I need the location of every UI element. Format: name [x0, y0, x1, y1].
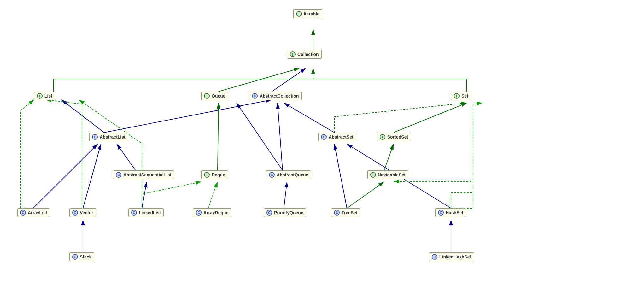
svg-line-10 [237, 103, 283, 170]
svg-line-12 [284, 103, 334, 133]
node-sortedset[interactable]: I SortedSet [377, 133, 411, 141]
node-hashset[interactable]: C HashSet [435, 208, 466, 217]
stack-label: Stack [80, 254, 91, 259]
connection-lines [0, 0, 644, 296]
node-priorityqueue[interactable]: C PriorityQueue [264, 208, 306, 217]
node-iterable[interactable]: I Iterable [293, 9, 322, 18]
svg-line-7 [83, 144, 101, 208]
iterable-label: Iterable [304, 11, 319, 16]
svg-line-2 [272, 68, 306, 92]
abstractsequentiallist-icon: C [116, 172, 121, 178]
svg-line-17 [347, 182, 384, 208]
svg-line-11 [278, 103, 283, 170]
svg-line-15 [394, 103, 467, 133]
abstractqueue-icon: C [269, 172, 275, 178]
collection-icon: I [290, 51, 296, 57]
svg-line-16 [384, 144, 394, 170]
stack-icon: C [72, 254, 78, 260]
list-label: List [44, 93, 52, 98]
svg-line-1 [219, 68, 300, 92]
svg-line-8 [142, 182, 147, 208]
hashset-icon: C [438, 210, 444, 216]
node-navigableset[interactable]: I NavigableSet [367, 170, 408, 179]
queue-icon: I [204, 93, 210, 99]
svg-line-5 [117, 144, 136, 170]
svg-line-13 [208, 182, 218, 208]
node-abstractcollection[interactable]: C AbstractCollection [249, 92, 302, 100]
node-abstractset[interactable]: C AbstractSet [318, 133, 356, 141]
node-linkedhashset[interactable]: C LinkedHashSet [429, 252, 474, 261]
svg-line-4 [104, 100, 272, 133]
priorityqueue-icon: C [266, 210, 272, 216]
iterable-icon: I [296, 11, 302, 17]
linkedlist-icon: C [131, 210, 137, 216]
deque-icon: I [204, 172, 210, 178]
abstractset-icon: C [321, 134, 327, 140]
node-linkedlist[interactable]: C LinkedList [128, 208, 164, 217]
abstractlist-label: AbstractList [100, 134, 126, 139]
abstractset-label: AbstractSet [329, 134, 354, 139]
svg-line-6 [33, 144, 98, 208]
node-abstractsequentiallist[interactable]: C AbstractSequentialList [113, 170, 174, 179]
svg-line-14 [284, 182, 287, 208]
linkedhashset-label: LinkedHashSet [439, 254, 471, 259]
list-icon: I [37, 93, 43, 99]
node-abstractlist[interactable]: C AbstractList [89, 133, 128, 141]
sortedset-icon: I [380, 134, 385, 140]
node-arraydeque[interactable]: C ArrayDeque [193, 208, 231, 217]
priorityqueue-label: PriorityQueue [274, 210, 303, 215]
arraydeque-label: ArrayDeque [203, 210, 228, 215]
node-list[interactable]: I List [34, 92, 55, 100]
set-label: Set [461, 93, 468, 98]
abstractcollection-icon: C [252, 93, 258, 99]
abstractqueue-label: AbstractQueue [277, 172, 308, 177]
node-stack[interactable]: C Stack [69, 252, 94, 261]
node-treeset[interactable]: C TreeSet [331, 208, 360, 217]
sortedset-label: SortedSet [387, 134, 408, 139]
linkedhashset-icon: C [432, 254, 437, 260]
vector-label: Vector [80, 210, 93, 215]
arraydeque-icon: C [196, 210, 202, 216]
treeset-label: TreeSet [342, 210, 358, 215]
navigableset-label: NavigableSet [378, 172, 406, 177]
svg-line-18 [334, 144, 347, 208]
collection-label: Collection [297, 52, 319, 57]
node-vector[interactable]: C Vector [69, 208, 96, 217]
svg-line-9 [218, 103, 219, 170]
node-arraylist[interactable]: C ArrayList [17, 208, 50, 217]
hashset-label: HashSet [446, 210, 463, 215]
treeset-icon: C [334, 210, 340, 216]
abstractcollection-label: AbstractCollection [260, 93, 299, 98]
diagram-container: I Iterable I Collection I List I Queue C… [0, 0, 644, 296]
queue-label: Queue [212, 93, 225, 98]
deque-label: Deque [212, 172, 225, 177]
arraylist-icon: C [20, 210, 26, 216]
node-collection[interactable]: I Collection [287, 50, 322, 59]
abstractsequentiallist-label: AbstractSequentialList [123, 172, 171, 177]
abstractlist-icon: C [92, 134, 98, 140]
node-abstractqueue[interactable]: C AbstractQueue [266, 170, 311, 179]
vector-icon: C [72, 210, 78, 216]
navigableset-icon: I [370, 172, 376, 178]
node-queue[interactable]: I Queue [201, 92, 228, 100]
node-deque[interactable]: I Deque [201, 170, 228, 179]
linkedlist-label: LinkedList [139, 210, 161, 215]
arraylist-label: ArrayList [28, 210, 47, 215]
set-icon: I [454, 93, 460, 99]
svg-line-3 [61, 100, 104, 133]
node-set[interactable]: I Set [451, 92, 471, 100]
